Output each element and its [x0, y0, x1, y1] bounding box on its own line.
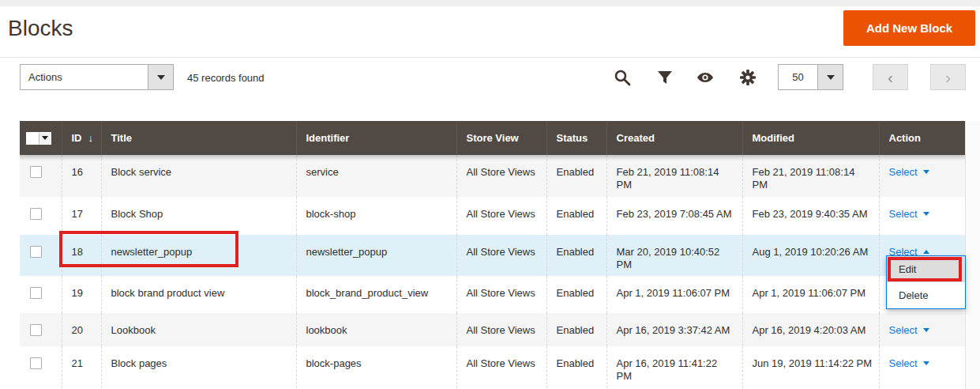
page-title: Blocks	[8, 16, 73, 41]
column-header-identifier[interactable]: Identifier	[296, 121, 456, 155]
modified-cell: Feb 21, 2019 11:08:14 PM	[742, 155, 879, 197]
blocks-admin-page: Blocks Add New Block Actions 45 records …	[0, 0, 980, 389]
store-view-cell: All Store Views	[456, 155, 546, 197]
table-row: 16Block serviceserviceAll Store ViewsEna…	[20, 155, 965, 197]
add-new-block-button[interactable]: Add New Block	[843, 10, 975, 46]
id-cell: 18	[62, 235, 101, 277]
checkbox-cell	[20, 235, 62, 277]
title-cell: Block pages	[101, 346, 296, 389]
title-cell: newsletter_popup	[101, 235, 296, 277]
table-row: 17Block Shopblock-shopAll Store ViewsEna…	[20, 197, 965, 235]
identifier-cell: block_brand_product_view	[296, 276, 456, 313]
status-cell: Enabled	[546, 313, 606, 346]
chevron-down-icon	[827, 75, 835, 80]
created-cell: Feb 23, 2019 7:08:45 AM	[606, 197, 742, 235]
id-cell: 21	[62, 346, 101, 389]
records-count: 45 records found	[187, 72, 265, 84]
filter-icon[interactable]	[655, 68, 674, 87]
status-cell: Enabled	[546, 155, 606, 197]
select-all-checkbox[interactable]	[26, 132, 39, 145]
per-page-dropdown-arrow[interactable]	[817, 65, 843, 89]
checkbox-cell	[20, 276, 62, 313]
pagination-prev-button[interactable]: ‹	[873, 64, 908, 90]
chevron-right-icon: ›	[945, 69, 951, 85]
eye-icon[interactable]	[696, 68, 715, 87]
caret-down-icon	[923, 328, 929, 332]
sort-desc-icon: ↓	[88, 132, 94, 144]
action-cell: Select	[879, 313, 965, 346]
column-header-id[interactable]: ID↓	[62, 121, 101, 155]
select-all-arrow[interactable]	[39, 132, 51, 145]
row-checkbox[interactable]	[30, 246, 42, 258]
blocks-table: ID↓ Title Identifier Store View Status C…	[20, 121, 965, 389]
id-cell: 17	[62, 197, 101, 235]
modified-cell: Apr 1, 2019 11:06:07 PM	[742, 276, 879, 313]
right-gutter	[965, 121, 980, 389]
row-checkbox[interactable]	[30, 287, 42, 299]
id-cell: 20	[62, 313, 101, 346]
settings-icon[interactable]	[738, 68, 757, 87]
table-row: 21Block pagesblock-pagesAll Store ViewsE…	[20, 346, 965, 389]
status-cell: Enabled	[546, 346, 606, 389]
per-page-dropdown[interactable]: 50	[778, 64, 843, 90]
store-view-cell: All Store Views	[456, 197, 546, 235]
table-body: 16Block serviceserviceAll Store ViewsEna…	[20, 155, 965, 389]
search-icon[interactable]	[613, 68, 632, 87]
row-checkbox[interactable]	[30, 166, 42, 178]
store-view-cell: All Store Views	[456, 276, 546, 313]
row-action-select[interactable]: Select	[889, 166, 929, 178]
action-cell: Select	[879, 197, 965, 235]
divider	[0, 57, 980, 58]
status-cell: Enabled	[546, 276, 606, 313]
pagination-next-button[interactable]: ›	[930, 64, 966, 90]
created-cell: Feb 21, 2019 11:08:14 PM	[606, 155, 742, 197]
table-row: 19block brand product viewblock_brand_pr…	[20, 276, 965, 313]
id-cell: 19	[62, 276, 101, 313]
checkbox-cell	[20, 346, 62, 389]
modified-cell: Apr 16, 2019 4:20:03 AM	[742, 313, 879, 346]
title-cell: Block Shop	[101, 197, 296, 235]
identifier-cell: lookbook	[296, 313, 456, 346]
identifier-cell: block-shop	[296, 197, 456, 235]
row-checkbox[interactable]	[30, 208, 42, 220]
identifier-cell: newsletter_popup	[296, 235, 456, 277]
select-all-header	[20, 121, 62, 155]
modified-cell: Feb 23, 2019 9:40:35 AM	[742, 197, 879, 235]
identifier-cell: service	[296, 155, 456, 197]
created-cell: Apr 16, 2019 3:37:42 AM	[606, 313, 742, 346]
caret-down-icon	[923, 170, 929, 174]
modified-cell: Jun 19, 2019 11:14:22 PM	[742, 346, 879, 389]
column-header-action[interactable]: Action	[879, 121, 965, 155]
actions-dropdown-arrow[interactable]	[148, 65, 173, 89]
identifier-cell: block-pages	[296, 346, 456, 389]
created-cell: Mar 20, 2019 10:40:52 PM	[606, 235, 742, 277]
status-cell: Enabled	[546, 197, 606, 235]
store-view-cell: All Store Views	[456, 313, 546, 346]
row-action-select[interactable]: Select	[889, 208, 929, 220]
row-action-select[interactable]: Select	[889, 324, 929, 336]
row-checkbox[interactable]	[30, 357, 42, 369]
chevron-down-icon	[42, 136, 48, 140]
title-cell: Lookbook	[101, 313, 296, 346]
actions-dropdown[interactable]: Actions	[20, 64, 174, 90]
menu-item-edit[interactable]: Edit	[887, 256, 965, 282]
per-page-value: 50	[779, 65, 817, 89]
table-row: 18newsletter_popupnewsletter_popupAll St…	[20, 235, 965, 277]
column-header-store-view[interactable]: Store View	[456, 121, 546, 155]
created-cell: Apr 16, 2019 11:41:22 PM	[606, 346, 742, 389]
id-cell: 16	[62, 155, 101, 197]
status-cell: Enabled	[546, 235, 606, 277]
select-all-dropdown[interactable]	[26, 132, 51, 145]
caret-up-icon	[923, 250, 929, 254]
modified-cell: Aug 1, 2019 10:20:26 AM	[742, 235, 879, 277]
table-row: 20LookbooklookbookAll Store ViewsEnabled…	[20, 313, 965, 346]
column-header-status[interactable]: Status	[546, 121, 606, 155]
column-header-modified[interactable]: Modified	[742, 121, 879, 155]
menu-item-delete[interactable]: Delete	[887, 282, 965, 308]
chevron-left-icon: ‹	[888, 69, 893, 85]
column-header-title[interactable]: Title	[101, 121, 296, 155]
action-cell: Select	[879, 346, 965, 389]
row-action-select[interactable]: Select	[889, 357, 929, 369]
row-checkbox[interactable]	[30, 324, 42, 336]
column-header-created[interactable]: Created	[606, 121, 742, 155]
